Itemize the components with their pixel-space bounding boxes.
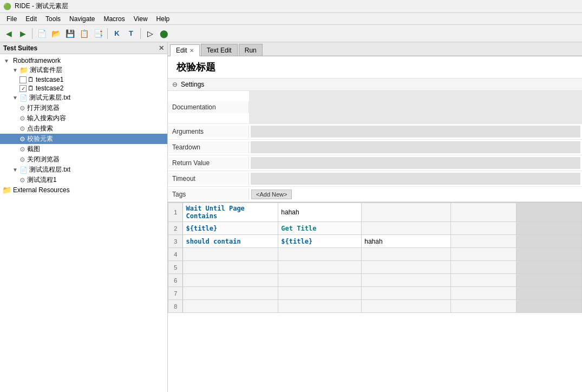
row-number: 7 (168, 287, 183, 300)
tree-screenshot[interactable]: ⚙ 截图 (0, 144, 167, 154)
table-cell-1-1[interactable]: Wait Until Page Contains (183, 203, 278, 222)
row-number: 2 (168, 222, 183, 235)
menu-view[interactable]: View (129, 14, 152, 24)
tree-closebrowser[interactable]: ⚙ 关闭浏览器 (0, 154, 167, 165)
table-cell-1-4[interactable] (451, 203, 516, 222)
expand-icon-elements: ▼ (11, 95, 19, 101)
table-cell-6-2[interactable] (278, 274, 362, 287)
tree-testcase1[interactable]: 🗒 testcase1 (0, 75, 167, 84)
arguments-input[interactable] (251, 126, 580, 138)
table-cell-2-4[interactable] (451, 222, 516, 235)
copy-button[interactable]: 📑 (91, 27, 104, 40)
settings-section-header[interactable]: ⊖ Settings (168, 79, 582, 91)
table-cell-8-1[interactable] (183, 300, 278, 313)
table-cell-5-1[interactable] (183, 261, 278, 274)
table-cell-5-3[interactable] (362, 261, 451, 274)
teardown-input[interactable] (251, 141, 580, 153)
tree-suite1[interactable]: ▼ 📁 测试套件层 (0, 65, 167, 75)
table-cell-4-1[interactable] (183, 248, 278, 261)
table-cell-6-4[interactable] (451, 274, 516, 287)
table-row: 3should contain${title}hahah (168, 235, 582, 248)
expand-icon-process: ▼ (11, 167, 19, 173)
table-cell-5-5[interactable] (516, 261, 582, 274)
table-cell-5-2[interactable] (278, 261, 362, 274)
checkbox-testcase1[interactable] (19, 76, 27, 83)
table-cell-2-2[interactable]: Get Title (278, 222, 362, 235)
table-cell-3-5[interactable] (516, 235, 582, 248)
table-cell-8-2[interactable] (278, 300, 362, 313)
panel-close-button[interactable]: ✕ (159, 44, 164, 52)
tab-edit-close[interactable]: ✕ (189, 48, 194, 54)
table-row: 2${title}Get Title (168, 222, 582, 235)
save-yellow-button[interactable]: 💾 (63, 27, 76, 40)
tree-process[interactable]: ▼ 📄 测试流程层.txt (0, 165, 167, 175)
checkbox-testcase2[interactable] (19, 85, 27, 92)
settings-toggle-icon: ⊖ (172, 81, 178, 88)
row-number: 5 (168, 261, 183, 274)
menu-help[interactable]: Help (152, 14, 174, 24)
table-cell-4-2[interactable] (278, 248, 362, 261)
table-cell-8-3[interactable] (362, 300, 451, 313)
t-button[interactable]: T (125, 27, 138, 40)
tab-textedit[interactable]: Text Edit (201, 44, 238, 56)
table-cell-8-4[interactable] (451, 300, 516, 313)
tree-testcase2[interactable]: 🗒 testcase2 (0, 84, 167, 93)
k-button[interactable]: K (110, 27, 123, 40)
save-white-button[interactable]: 📋 (77, 27, 90, 40)
tree-label-process: 测试流程层.txt (29, 165, 70, 174)
tree-label-screenshot: 截图 (27, 145, 40, 154)
tree-browser[interactable]: ⚙ 打开浏览器 (0, 103, 167, 113)
table-cell-7-3[interactable] (362, 287, 451, 300)
table-cell-6-3[interactable] (362, 274, 451, 287)
menu-edit[interactable]: Edit (21, 14, 41, 24)
menu-tools[interactable]: Tools (41, 14, 65, 24)
table-cell-6-1[interactable] (183, 274, 278, 287)
table-cell-7-2[interactable] (278, 287, 362, 300)
returnvalue-input[interactable] (251, 157, 580, 169)
menu-macros[interactable]: Macros (99, 14, 129, 24)
tree-search[interactable]: ⚙ 输入搜索内容 (0, 113, 167, 123)
panel-title: Test Suites (3, 44, 37, 52)
table-cell-1-5[interactable] (516, 203, 582, 222)
tree-label-search: 输入搜索内容 (27, 114, 66, 123)
table-cell-2-5[interactable] (516, 222, 582, 235)
table-cell-8-5[interactable] (516, 300, 582, 313)
tab-edit[interactable]: Edit ✕ (170, 44, 200, 56)
new-button[interactable]: 📄 (35, 27, 48, 40)
table-cell-1-2[interactable]: hahah (278, 203, 362, 222)
table-cell-4-4[interactable] (451, 248, 516, 261)
tree-robotframework[interactable]: ▼ Robotframework (0, 56, 167, 65)
tree-click[interactable]: ⚙ 点击搜索 (0, 123, 167, 134)
table-cell-3-1[interactable]: should contain (183, 235, 278, 248)
tab-textedit-label: Text Edit (207, 47, 232, 54)
open-button[interactable]: 📂 (49, 27, 62, 40)
timeout-input[interactable] (251, 173, 580, 185)
table-cell-7-4[interactable] (451, 287, 516, 300)
back-button[interactable]: ◀ (2, 27, 15, 40)
table-cell-3-4[interactable] (451, 235, 516, 248)
table-cell-7-1[interactable] (183, 287, 278, 300)
table-cell-4-3[interactable] (362, 248, 451, 261)
tree-flow1[interactable]: ⚙ 测试流程1 (0, 175, 167, 185)
table-cell-2-1[interactable]: ${title} (183, 222, 278, 235)
tree-elements[interactable]: ▼ 📄 测试元素层.txt (0, 93, 167, 103)
tree-external[interactable]: 📁 External Resources (0, 185, 167, 195)
table-cell-4-5[interactable] (516, 248, 582, 261)
tab-run[interactable]: Run (239, 44, 263, 56)
table-cell-2-3[interactable] (362, 222, 451, 235)
menu-navigate[interactable]: Navigate (65, 14, 99, 24)
table-cell-6-5[interactable] (516, 274, 582, 287)
table-cell-3-2[interactable]: ${title} (278, 235, 362, 248)
add-new-button[interactable]: <Add New> (251, 190, 292, 199)
tree-verify[interactable]: ⚙ 校验元素 (0, 134, 167, 144)
table-cell-1-3[interactable] (362, 203, 451, 222)
forward-button[interactable]: ▶ (16, 27, 29, 40)
table-cell-5-4[interactable] (451, 261, 516, 274)
play-button[interactable]: ▷ (143, 27, 156, 40)
menu-file[interactable]: File (2, 14, 21, 24)
table-cell-3-3[interactable]: hahah (362, 235, 451, 248)
table-row: 5 (168, 261, 582, 274)
documentation-input[interactable] (249, 91, 582, 123)
stop-button[interactable]: ⬤ (158, 27, 171, 40)
table-cell-7-5[interactable] (516, 287, 582, 300)
